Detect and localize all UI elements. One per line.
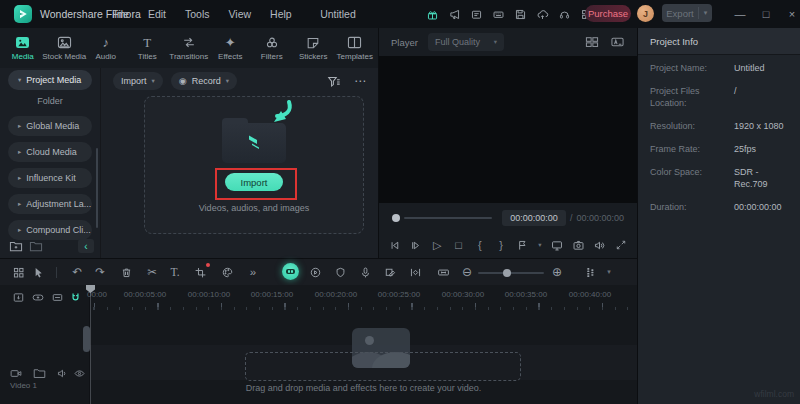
play-button[interactable]: ▷: [430, 237, 445, 253]
sidebar-item-project-media[interactable]: ▾ Project Media: [8, 70, 92, 90]
color-palette-icon[interactable]: [219, 264, 235, 280]
track-mute-icon[interactable]: [54, 365, 70, 381]
mark-in-button[interactable]: {: [472, 237, 487, 253]
crop-icon[interactable]: [192, 264, 208, 280]
collapse-sidebar-button[interactable]: ‹: [78, 239, 94, 253]
edit-clip-icon[interactable]: [382, 264, 398, 280]
ruler-minor-ticks[interactable]: [90, 307, 637, 310]
zoom-slider-track[interactable]: [478, 272, 544, 274]
volume-button[interactable]: [592, 237, 607, 253]
media-browser-grid-icon[interactable]: [10, 264, 26, 280]
gift-icon[interactable]: [421, 4, 443, 24]
record-dropdown[interactable]: ◉ Record ▾: [171, 72, 237, 90]
titlebar-icon-group: [421, 4, 597, 24]
sidebar-scrollbar[interactable]: [96, 148, 98, 228]
megaphone-icon[interactable]: [443, 4, 465, 24]
chevron-down-icon[interactable]: ▾: [699, 9, 712, 17]
keyframe-icon[interactable]: [407, 264, 423, 280]
scrub-handle[interactable]: [392, 214, 400, 222]
sidebar-item-global-media[interactable]: ▸ Global Media: [8, 116, 92, 136]
undo-icon[interactable]: ↶: [69, 264, 85, 280]
minimize-button[interactable]: —: [730, 0, 750, 28]
zoom-in-icon[interactable]: ⊕: [549, 264, 565, 280]
redo-icon[interactable]: ↷: [92, 264, 108, 280]
timeline-dropzone[interactable]: [245, 352, 521, 381]
sidebar-item-influence-kit[interactable]: ▸ Influence Kit: [8, 168, 92, 188]
sidebar-item-adjustment-layer[interactable]: ▸ Adjustment La...: [8, 194, 92, 214]
track-manager-icon[interactable]: [582, 264, 598, 280]
display-device-button[interactable]: [550, 237, 565, 253]
select-cursor-icon[interactable]: [30, 264, 46, 280]
feedback-icon[interactable]: [465, 4, 487, 24]
filter-funnel-icon[interactable]: [327, 75, 341, 88]
mark-out-button[interactable]: }: [493, 237, 508, 253]
purchase-button[interactable]: Purchase: [585, 5, 631, 22]
cloud-upload-icon[interactable]: [531, 4, 553, 24]
zoom-out-icon[interactable]: ⊖: [459, 264, 475, 280]
video-preview[interactable]: [379, 56, 637, 203]
avatar[interactable]: J: [637, 5, 654, 22]
current-timecode[interactable]: 00:00:00:00: [502, 210, 566, 226]
magnet-icon[interactable]: [67, 289, 83, 305]
fullscreen-button[interactable]: [614, 237, 629, 253]
maximize-button[interactable]: □: [756, 0, 776, 28]
scrub-track[interactable]: [404, 217, 492, 219]
tab-effects[interactable]: ✦ Effects: [210, 28, 252, 68]
text-tool-icon[interactable]: T.: [167, 264, 183, 280]
keyboard-icon[interactable]: [487, 4, 509, 24]
export-frame-icon[interactable]: [49, 289, 65, 305]
info-value: 1920 x 1080: [734, 120, 784, 132]
next-frame-button[interactable]: [408, 237, 423, 253]
render-preview-icon[interactable]: [307, 264, 323, 280]
menu-edit[interactable]: Edit: [148, 8, 166, 20]
track-visibility-icon[interactable]: [71, 365, 87, 381]
tab-audio[interactable]: ♪ Audio: [85, 28, 127, 68]
track-manager-caret-icon[interactable]: ▾: [601, 264, 617, 280]
fit-timeline-icon[interactable]: [435, 264, 451, 280]
tab-titles[interactable]: T Titles: [127, 28, 169, 68]
media-dropzone[interactable]: Import Videos, audios, and images: [144, 96, 364, 234]
export-button[interactable]: Export ▾: [662, 4, 712, 22]
import-dropdown[interactable]: Import ▾: [113, 72, 163, 90]
save-icon[interactable]: [509, 4, 531, 24]
voiceover-mic-icon[interactable]: [357, 264, 373, 280]
menu-tools[interactable]: Tools: [185, 8, 210, 20]
sidebar-item-cloud-media[interactable]: ▸ Cloud Media: [8, 142, 92, 162]
tab-stickers[interactable]: Stickers: [293, 28, 335, 68]
export-label: Export: [662, 8, 698, 19]
new-folder-icon[interactable]: [6, 240, 26, 252]
headset-support-icon[interactable]: [553, 4, 575, 24]
close-button[interactable]: ×: [782, 0, 800, 28]
snapshot-camera-button[interactable]: [571, 237, 586, 253]
ai-copilot-icon[interactable]: [282, 263, 299, 280]
track-folder-icon[interactable]: [31, 365, 47, 381]
ab-compare-icon[interactable]: [610, 36, 625, 48]
tab-filters[interactable]: Filters: [251, 28, 293, 68]
multi-view-icon[interactable]: [585, 36, 599, 48]
menu-file[interactable]: File: [112, 8, 129, 20]
menu-view[interactable]: View: [229, 8, 252, 20]
shield-icon[interactable]: [332, 264, 348, 280]
tab-media[interactable]: Media: [2, 28, 44, 68]
caret-right-icon: ▸: [18, 148, 21, 156]
folder-icon[interactable]: [26, 240, 46, 252]
more-tools-icon[interactable]: »: [245, 264, 261, 280]
notification-dot: [206, 263, 210, 267]
quality-dropdown[interactable]: Full Quality ▾: [428, 33, 504, 51]
insert-clip-icon[interactable]: [10, 289, 26, 305]
split-scissors-icon[interactable]: ✂: [144, 264, 160, 280]
tab-stock-media[interactable]: Stock Media: [44, 28, 86, 68]
tab-templates[interactable]: Templates: [334, 28, 376, 68]
tab-transitions[interactable]: Transitions: [168, 28, 210, 68]
quick-add-icon[interactable]: [30, 289, 46, 305]
video-track-icon[interactable]: [8, 365, 24, 381]
stop-button[interactable]: □: [451, 237, 466, 253]
marker-button[interactable]: [515, 237, 530, 253]
zoom-slider-handle[interactable]: [503, 269, 511, 277]
marker-caret-icon[interactable]: ▾: [536, 237, 544, 253]
previous-frame-button[interactable]: [387, 237, 402, 253]
delete-icon[interactable]: [118, 264, 134, 280]
timeline-scrollbar-thumb[interactable]: [83, 326, 90, 352]
menu-help[interactable]: Help: [270, 8, 292, 20]
more-options-icon[interactable]: ⋯: [354, 74, 366, 88]
